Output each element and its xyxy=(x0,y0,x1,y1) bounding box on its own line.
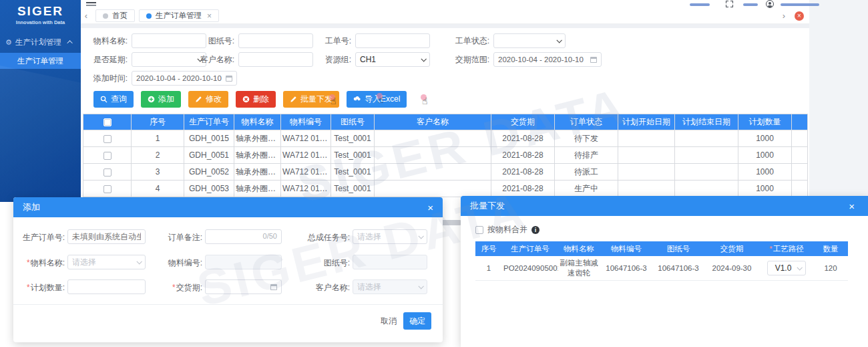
column-header[interactable]: 计划结束日期 xyxy=(675,114,738,130)
query-button[interactable]: 查询 xyxy=(93,91,134,108)
customer-name-input[interactable] xyxy=(238,52,313,67)
cell xyxy=(618,130,675,147)
tab-home[interactable]: 首页 xyxy=(95,9,135,22)
cell xyxy=(675,130,738,147)
column-header[interactable]: 计划数量 xyxy=(738,114,792,130)
collapse-sidebar-icon[interactable] xyxy=(86,2,96,6)
cell: GDH_0052 xyxy=(184,164,234,181)
sidebar-menu-production-planning[interactable]: ⚙ 生产计划管理 xyxy=(0,34,81,50)
row-checkbox[interactable] xyxy=(103,168,112,177)
table-row[interactable]: 2GDH_0051轴承外圈WQ02WA712 0102-11(GTest_000… xyxy=(83,147,808,164)
cell xyxy=(375,130,491,147)
close-icon[interactable]: × xyxy=(427,202,433,213)
close-icon[interactable]: × xyxy=(849,201,855,212)
column-header[interactable]: 客户名称 xyxy=(375,114,491,130)
search-field-material-name: 物料名称: xyxy=(85,33,206,48)
cell: 2021-08-28 xyxy=(491,147,555,164)
work-order-status-select[interactable] xyxy=(493,33,566,48)
column-header[interactable]: 图纸号 xyxy=(331,114,375,130)
date-value: 2020-10-04 - 2020-10-10 xyxy=(498,55,587,64)
table-row[interactable]: 1GDH_0015轴承外圈WQ01WA712 0102-11(GTest_000… xyxy=(83,130,808,147)
field-label: 添加时间: xyxy=(85,73,128,84)
select-all-checkbox[interactable] xyxy=(103,118,112,126)
language-fragment[interactable] xyxy=(743,3,758,6)
column-header: 序号 xyxy=(475,241,502,256)
process-route-select[interactable]: V1.0 xyxy=(767,261,806,275)
dialog-title: 批量下发 xyxy=(470,200,505,212)
field-label: 客户名称: xyxy=(194,54,234,66)
app-logo: SIGER Innovation with Data xyxy=(0,0,81,28)
batch-table: 序号生产订单号物料名称物料编号图纸号交货期*工艺路径数量 1 PO2024090… xyxy=(475,241,848,281)
row-checkbox[interactable] xyxy=(103,185,112,193)
table-row[interactable]: 3GDH_0052轴承外圈WQ03WA712 0102-11(GTest_000… xyxy=(83,164,808,181)
column-header: *工艺路径 xyxy=(760,241,813,256)
column-header[interactable]: 交货期 xyxy=(491,114,555,130)
add-button[interactable]: 添加 xyxy=(141,91,181,108)
cell xyxy=(675,164,738,181)
cell: 2024-09-30 xyxy=(704,256,760,280)
drawing-no-input[interactable] xyxy=(238,33,313,48)
merge-by-material-option: 按物料合并 i xyxy=(475,224,539,235)
field-label: 物料编号: xyxy=(159,257,202,269)
gear-icon: ⚙ xyxy=(5,38,12,47)
cell xyxy=(618,147,675,164)
column-header[interactable]: 订单状态 xyxy=(555,114,618,130)
delivery-datepicker[interactable] xyxy=(205,279,282,294)
tab-production-orders[interactable]: 生产订单管理 × xyxy=(139,9,219,22)
order-no-input[interactable] xyxy=(67,229,146,244)
batch-dialog-header: 批量下发 × xyxy=(461,196,868,216)
add-time-datepicker[interactable]: 2020-10-04 - 2020-10-10 xyxy=(132,71,237,86)
column-header[interactable]: 序号 xyxy=(132,114,184,130)
material-name-select[interactable]: 请选择 xyxy=(67,255,146,269)
confirm-button[interactable]: 确定 xyxy=(403,312,431,330)
sidebar-item-production-orders[interactable]: 生产订单管理 xyxy=(0,53,81,69)
tabs-scroll-left-icon[interactable]: ‹ xyxy=(81,8,91,23)
table-row[interactable]: 4GDH_0053轴承外圈WQ04WA712 0102-11(GTest_000… xyxy=(83,181,808,197)
cell xyxy=(375,147,491,164)
cell: 待排产 xyxy=(555,147,618,164)
column-header[interactable]: 物料名称 xyxy=(234,114,281,130)
cell: 10647106-3 xyxy=(600,256,653,280)
info-icon[interactable]: i xyxy=(531,226,539,234)
search-field-drawing-no: 图纸号: xyxy=(194,33,313,48)
column-header[interactable]: 生产订单号 xyxy=(184,114,234,130)
column-header[interactable]: 计划开始日期 xyxy=(618,114,675,130)
column-header[interactable]: 物料编号 xyxy=(281,114,331,130)
cell: 10647106-3 xyxy=(653,256,704,280)
cell xyxy=(375,164,491,181)
field-label: 工单状态: xyxy=(449,35,489,47)
fullscreen-icon[interactable] xyxy=(726,1,733,7)
close-all-tabs-icon[interactable]: × xyxy=(795,11,804,21)
cell: 轴承外圈WQ02 xyxy=(234,147,281,164)
tab-close-icon[interactable]: × xyxy=(207,11,212,21)
select-placeholder: 请选择 xyxy=(72,257,134,268)
plan-qty-input[interactable] xyxy=(67,279,146,294)
char-counter: 0/50 xyxy=(263,232,277,240)
delete-button[interactable]: 删除 xyxy=(236,91,276,108)
delivery-range-datepicker[interactable]: 2020-10-04 - 2020-10-10 xyxy=(493,52,602,67)
column-header: 图纸号 xyxy=(653,241,704,256)
horizontal-scrollbar-thumb[interactable] xyxy=(439,220,462,225)
cell: 待下发 xyxy=(555,130,618,147)
field-label: *计划数量: xyxy=(19,282,65,294)
topbar-text-fragment[interactable] xyxy=(690,3,710,6)
import-excel-button[interactable]: 导入Excel xyxy=(347,91,407,108)
resource-group-select[interactable]: CH1 xyxy=(355,52,430,67)
cancel-button[interactable]: 取消 xyxy=(377,312,400,330)
batch-dispatch-dialog: 批量下发 × 按物料合并 i 序号生产订单号物料名称物料编号图纸号交货期*工艺路… xyxy=(461,196,868,347)
column-header-extra xyxy=(792,114,808,130)
assembly-task-select[interactable]: 请选择 xyxy=(353,229,427,244)
tabs-scroll-right-icon[interactable]: › xyxy=(779,8,789,23)
avatar-icon[interactable] xyxy=(766,0,774,8)
batch-dispatch-button[interactable]: 批量下发 xyxy=(283,91,339,108)
row-checkbox[interactable] xyxy=(103,135,112,143)
edit-button[interactable]: 修改 xyxy=(188,91,228,108)
select-all-header[interactable] xyxy=(83,114,132,130)
calendar-icon xyxy=(226,76,232,82)
work-order-no-input[interactable] xyxy=(355,33,430,48)
row-checkbox[interactable] xyxy=(103,152,112,160)
username-fragment[interactable] xyxy=(781,3,819,6)
search-icon xyxy=(100,96,107,103)
merge-checkbox[interactable] xyxy=(475,226,483,234)
pencil-icon xyxy=(195,96,202,103)
